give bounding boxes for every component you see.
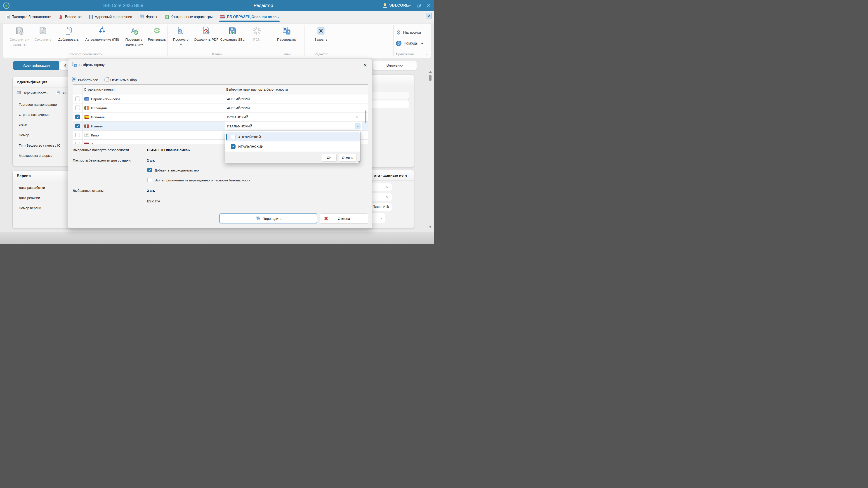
row-checkbox[interactable]: [75, 115, 80, 119]
translate-confirm-button[interactable]: A Переводить: [219, 214, 317, 223]
save-close-icon: [15, 24, 24, 37]
field-label-number: Номер: [19, 133, 29, 137]
row-checkbox[interactable]: [75, 142, 80, 144]
book-icon: [140, 14, 144, 20]
app-group-menu-icon[interactable]: ≡: [426, 53, 428, 56]
take-attachments-label: Взять приложения из переведенного паспор…: [155, 178, 250, 182]
rename-button[interactable]: Переименовать: [17, 90, 48, 96]
popup-cancel-button[interactable]: Отмена: [339, 154, 356, 162]
row-language-combo[interactable]: ИТАЛЬЯНСКИЙ: [225, 122, 362, 131]
field-label-version-number: Номер версии: [19, 206, 41, 210]
dropdown-option-english[interactable]: АНГЛИЙСКИЙ: [226, 132, 360, 141]
table-row[interactable]: Европейский союз АНГЛИЙСКИЙ: [73, 94, 368, 103]
add-legislation-checkbox[interactable]: [147, 168, 152, 172]
close-window-button[interactable]: [426, 3, 431, 8]
tab-substances[interactable]: Вещества: [59, 14, 82, 20]
restore-button[interactable]: [416, 3, 421, 8]
table-row[interactable]: Испания ИСПАНСКИЙ: [73, 112, 368, 121]
row-language[interactable]: АНГЛИЙСКИЙ: [227, 103, 250, 112]
list-icon: [56, 90, 60, 96]
row-language[interactable]: АНГЛИЙСКИЙ: [227, 94, 250, 103]
svg-text:A: A: [258, 218, 259, 220]
clear-selection-button[interactable]: Отменить выбор: [104, 77, 137, 83]
row-checkbox[interactable]: [75, 133, 80, 137]
pcn-button[interactable]: PCN: [248, 24, 266, 42]
translate-button[interactable]: A Переводить: [271, 24, 302, 42]
help-chevron-icon: [421, 42, 423, 44]
pcn-spinner-icon: [252, 24, 261, 37]
table-scrollbar-thumb[interactable]: [365, 110, 366, 123]
autofill-sds-button[interactable]: Автозаполнение (ПБ): [84, 24, 120, 42]
dialog-translate-icon: A: [72, 62, 78, 68]
toolbar-partial-button[interactable]: Вы: [56, 90, 66, 96]
resize-grip-icon[interactable]: [358, 161, 359, 162]
tab-address-book[interactable]: Адресный справочник: [89, 15, 132, 19]
close-editor-button[interactable]: Закрыть: [306, 24, 336, 42]
selected-countries-label: Выбранные страны: [73, 189, 103, 193]
tab-sds-editor-active[interactable]: ПБ ОБРАЗЕЦ Опасная смесь: [220, 15, 278, 19]
check-grammar-button[interactable]: A Проверить грамматику: [121, 24, 147, 47]
save-pdf-button[interactable]: Сохранить PDF: [193, 24, 219, 42]
close-editor-tab-button[interactable]: [426, 13, 432, 19]
tab-safety-data-sheets[interactable]: Паспорта безопасности: [6, 15, 51, 19]
settings-button[interactable]: ⚙ Настройки: [396, 30, 421, 35]
flag-es-icon: [84, 116, 89, 119]
user-avatar-icon: [382, 3, 388, 9]
duplicate-button[interactable]: Дублировать: [54, 24, 83, 42]
scrollbar-down-icon[interactable]: [429, 226, 432, 228]
help-button[interactable]: ? Помощь: [396, 41, 423, 46]
titlebar: SBLCore 2025 Blue Редактор SBLCORE: [0, 0, 434, 11]
flag-lv-icon: [84, 142, 89, 144]
revise-button[interactable]: ⚙ Ревизовать: [147, 24, 167, 42]
option-checkbox[interactable]: [231, 144, 236, 149]
group-label-language: Язык: [271, 53, 303, 56]
tab-phrases[interactable]: Фразы: [140, 14, 157, 20]
table-row-selected[interactable]: Италия ИТАЛЬЯНСКИЙ: [73, 121, 368, 130]
row-checkbox[interactable]: [75, 96, 80, 101]
language-combo-open-button[interactable]: [355, 123, 361, 129]
cancel-dialog-button[interactable]: Отмена: [320, 214, 368, 223]
flag-ie-icon: [84, 106, 89, 109]
scrollbar-thumb[interactable]: [429, 75, 432, 81]
flag-it-icon: [84, 125, 89, 128]
building-icon: [89, 15, 93, 19]
take-attachments-checkbox[interactable]: [147, 177, 152, 182]
country-codes: ESP, ITA: [147, 199, 160, 203]
dialog-close-icon[interactable]: ✕: [362, 62, 368, 68]
popup-footer: OK Отмена: [225, 152, 360, 163]
select-all-button[interactable]: Выбрать все: [72, 77, 98, 83]
row-language[interactable]: ИСПАНСКИЙ: [227, 112, 248, 122]
language-combo-chevron-icon[interactable]: [356, 116, 358, 118]
selected-countries-value: 2 шт.: [147, 189, 155, 193]
col-header-language[interactable]: Выберите язык паспорта безопасности: [226, 88, 288, 91]
minimize-button[interactable]: [407, 3, 412, 8]
table-header: Страна назначения Выберите язык паспорта…: [73, 85, 368, 94]
flag-ru-icon: [220, 15, 225, 19]
row-checkbox[interactable]: [75, 105, 80, 110]
popup-ok-button[interactable]: OK: [322, 154, 337, 162]
main-tabstrip: Паспорта безопасности Вещества Адресный …: [0, 11, 434, 23]
pdf-icon: [202, 24, 211, 37]
dropdown-option-italian[interactable]: ИТАЛЬЯНСКИЙ: [226, 142, 360, 151]
revise-gear-icon: ⚙: [153, 24, 160, 37]
preview-button[interactable]: Просмотр: [169, 24, 193, 45]
table-row[interactable]: Ирландия АНГЛИЙСКИЙ: [73, 103, 368, 112]
option-checkbox[interactable]: [231, 135, 236, 139]
sbl-floppy-icon: [228, 24, 237, 37]
flask-icon: [59, 14, 63, 20]
save-sbl-button[interactable]: Сохранить SBL: [220, 24, 245, 42]
group-label-application: Приложение: [396, 53, 426, 56]
group-label-sds: Паспорт безопасности: [54, 53, 118, 56]
save-and-close-button[interactable]: Сохранить и закрыть: [7, 24, 32, 47]
right-tab-attachments[interactable]: Вложения: [373, 61, 417, 70]
save-button[interactable]: Сохранить: [33, 24, 53, 42]
col-header-country[interactable]: Страна назначения: [84, 88, 115, 91]
field-label-rev-date: Дата ревизии: [19, 196, 40, 200]
user-label[interactable]: SBLCORE: [389, 3, 409, 8]
language-dropdown-popup: АНГЛИЙСКИЙ ИТАЛЬЯНСКИЙ OK Отмена: [225, 131, 361, 163]
tab-control-parameters[interactable]: Контрольные параметры: [165, 15, 213, 19]
row-checkbox[interactable]: [75, 124, 80, 128]
left-tab-identification[interactable]: Идентификация: [13, 61, 59, 70]
preview-dropdown-chevron-icon[interactable]: [180, 43, 182, 45]
scrollbar-up-icon[interactable]: [429, 71, 432, 73]
